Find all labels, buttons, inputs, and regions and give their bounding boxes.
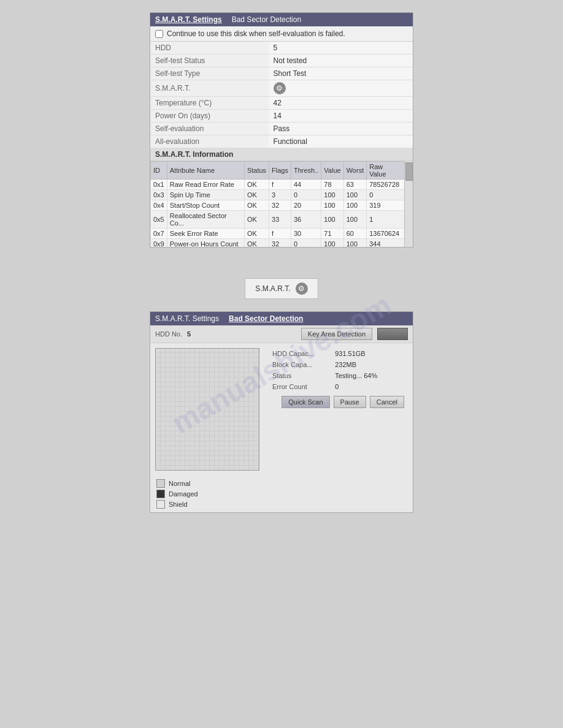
smart-cell-status: OK bbox=[244, 239, 269, 248]
field-value: 14 bbox=[269, 110, 413, 123]
col-attr-name: Attribute Name bbox=[167, 162, 244, 180]
middle-gear-icon[interactable]: ⚙ bbox=[296, 282, 308, 295]
tab-smart-settings[interactable]: S.M.A.R.T. Settings bbox=[155, 15, 222, 24]
smart-cell-name: Spin Up Time bbox=[167, 190, 244, 200]
status-value: Testing... 64% bbox=[331, 370, 408, 381]
hdd-no-value: 5 bbox=[187, 330, 191, 338]
smart-gear-icon[interactable]: ⚙ bbox=[274, 82, 286, 94]
field-value: Functional bbox=[269, 135, 413, 148]
bottom-panel-header: S.M.A.R.T. Settings Bad Sector Detection bbox=[150, 312, 413, 325]
field-label: Status bbox=[269, 370, 331, 381]
legend-damaged-label: Damaged bbox=[169, 490, 198, 498]
smart-cell-name: Start/Stop Count bbox=[167, 200, 244, 211]
smart-cell-flags: f bbox=[269, 180, 291, 190]
field-value: Short Test bbox=[269, 67, 413, 80]
field-value: 232MB bbox=[331, 359, 408, 370]
smart-label-text: S.M.A.R.T. bbox=[255, 284, 290, 293]
scrollbar-thumb[interactable] bbox=[405, 162, 413, 181]
start-btn[interactable] bbox=[377, 328, 408, 340]
table-row: Temperature (°C) 42 bbox=[150, 97, 413, 110]
field-label: HDD bbox=[150, 42, 269, 55]
smart-cell-id: 0x4 bbox=[151, 200, 167, 211]
smart-table-row: 0x3Spin Up TimeOK301001000 bbox=[151, 190, 413, 200]
smart-label-box: S.M.A.R.T. ⚙ bbox=[245, 278, 318, 299]
smart-cell-name: Raw Read Error Rate bbox=[167, 180, 244, 190]
smart-cell-status: OK bbox=[244, 200, 269, 211]
smart-cell-worst: 100 bbox=[343, 239, 367, 248]
smart-cell-thresh: 36 bbox=[291, 211, 321, 229]
smart-cell-id: 0x7 bbox=[151, 229, 167, 239]
col-flags: Flags bbox=[269, 162, 291, 180]
bottom-tab-smart[interactable]: S.M.A.R.T. Settings bbox=[155, 314, 219, 323]
smart-cell-value: 100 bbox=[321, 190, 343, 200]
smart-cell-value: 71 bbox=[321, 229, 343, 239]
smart-cell-id: 0x1 bbox=[151, 180, 167, 190]
hdd-sector-grid bbox=[155, 348, 259, 471]
smart-cell-flags: 33 bbox=[269, 211, 291, 229]
smart-table-row: 0x4Start/Stop CountOK3220100100319 bbox=[151, 200, 413, 211]
middle-section: S.M.A.R.T. ⚙ bbox=[150, 278, 413, 299]
cancel-btn[interactable]: Cancel bbox=[370, 396, 404, 408]
smart-cell-name: Power-on Hours Count bbox=[167, 239, 244, 248]
grid-area bbox=[150, 343, 264, 476]
tab-bad-sector[interactable]: Bad Sector Detection bbox=[232, 15, 301, 24]
smart-table-row: 0x9Power-on Hours CountOK320100100344 bbox=[151, 239, 413, 248]
smart-info-header: S.M.A.R.T. Information bbox=[150, 148, 413, 161]
table-row: Self-test Status Not tested bbox=[150, 55, 413, 67]
field-label: Power On (days) bbox=[150, 110, 269, 123]
smart-cell-name: Seek Error Rate bbox=[167, 229, 244, 239]
legend-normal-label: Normal bbox=[169, 480, 190, 487]
table-row: Status Testing... 64% bbox=[269, 370, 408, 381]
legend-damaged-box bbox=[156, 490, 165, 498]
bad-sector-panel: S.M.A.R.T. Settings Bad Sector Detection… bbox=[150, 311, 413, 513]
legend-shield: Shield bbox=[156, 500, 407, 509]
right-info-area: HDD Capac... 931.51GB Block Capa... 232M… bbox=[264, 343, 413, 476]
quick-scan-btn[interactable]: Quick Scan bbox=[282, 396, 329, 408]
table-row: Self-test Type Short Test bbox=[150, 67, 413, 80]
key-area-detection-btn[interactable]: Key Area Detection bbox=[301, 328, 372, 340]
smart-cell-flags: 32 bbox=[269, 239, 291, 248]
col-thresh: Thresh.. bbox=[291, 162, 321, 180]
smart-cell-name: Reallocated Sector Co... bbox=[167, 211, 244, 229]
field-label: All-evaluation bbox=[150, 135, 269, 148]
smart-cell-value: 100 bbox=[321, 200, 343, 211]
legend-area: Normal Damaged Shield bbox=[150, 476, 413, 512]
smart-cell-value: 78 bbox=[321, 180, 343, 190]
pause-btn[interactable]: Pause bbox=[334, 396, 366, 408]
legend-shield-box bbox=[156, 500, 165, 509]
legend-shield-label: Shield bbox=[169, 501, 188, 508]
smart-cell-status: OK bbox=[244, 180, 269, 190]
smart-table-wrapper: ID Attribute Name Status Flags Thresh.. … bbox=[150, 161, 413, 247]
scrollbar[interactable] bbox=[404, 161, 413, 247]
hdd-details-table: HDD Capac... 931.51GB Block Capa... 232M… bbox=[269, 348, 408, 392]
field-value: Not tested bbox=[269, 55, 413, 67]
bottom-content: HDD Capac... 931.51GB Block Capa... 232M… bbox=[150, 343, 413, 476]
bottom-tab-bad-sector[interactable]: Bad Sector Detection bbox=[229, 314, 303, 323]
smart-attributes-table: ID Attribute Name Status Flags Thresh.. … bbox=[150, 161, 413, 247]
legend-normal-box bbox=[156, 479, 165, 488]
field-value: 5 bbox=[269, 42, 413, 55]
checkbox-row: Continue to use this disk when self-eval… bbox=[150, 26, 413, 42]
table-row: Power On (days) 14 bbox=[150, 110, 413, 123]
smart-cell-thresh: 0 bbox=[291, 239, 321, 248]
col-worst: Worst bbox=[343, 162, 367, 180]
self-eval-checkbox[interactable] bbox=[155, 30, 163, 38]
smart-cell-worst: 100 bbox=[343, 190, 367, 200]
field-label: Block Capa... bbox=[269, 359, 331, 370]
field-value: 0 bbox=[331, 381, 408, 392]
smart-settings-panel: S.M.A.R.T. Settings Bad Sector Detection… bbox=[150, 12, 413, 248]
field-label: HDD Capac... bbox=[269, 348, 331, 359]
hdd-info-table: HDD 5 Self-test Status Not tested Self-t… bbox=[150, 42, 413, 148]
legend-damaged: Damaged bbox=[156, 490, 407, 498]
table-row: S.M.A.R.T. ⚙ bbox=[150, 80, 413, 97]
table-row: HDD 5 bbox=[150, 42, 413, 55]
field-label: Error Count bbox=[269, 381, 331, 392]
smart-cell-status: OK bbox=[244, 190, 269, 200]
smart-table-row: 0x1Raw Read Error RateOKf44786378526728 bbox=[151, 180, 413, 190]
field-label: Self-evaluation bbox=[150, 123, 269, 135]
smart-cell-flags: 32 bbox=[269, 200, 291, 211]
smart-cell-thresh: 0 bbox=[291, 190, 321, 200]
action-buttons-row: Quick Scan Pause Cancel bbox=[269, 392, 408, 412]
field-label: S.M.A.R.T. bbox=[150, 80, 269, 97]
legend-normal: Normal bbox=[156, 479, 407, 488]
